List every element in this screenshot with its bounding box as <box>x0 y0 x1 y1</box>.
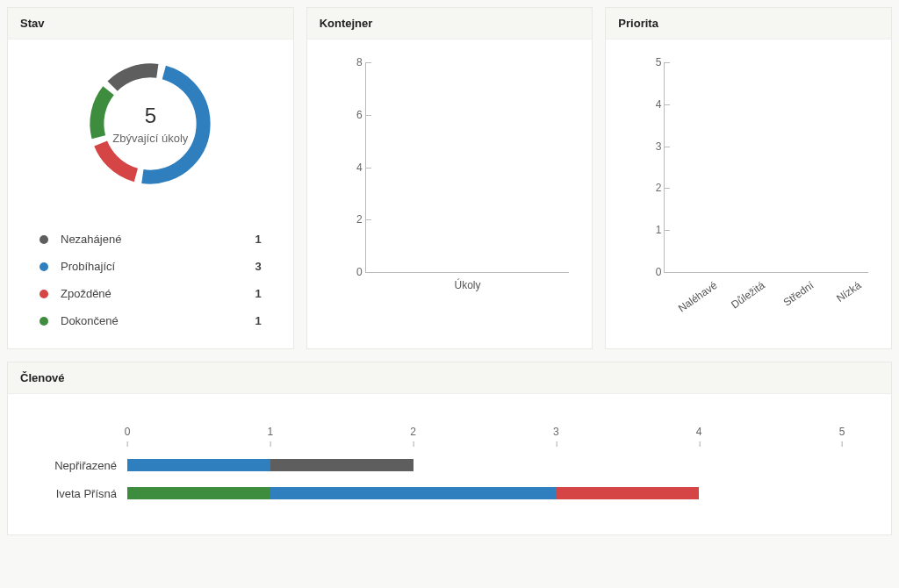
member-row: Nepřiřazené <box>127 455 842 475</box>
members-card: Členové 012345 NepřiřazenéIveta Přísná <box>7 362 892 535</box>
container-bar-chart: 02468Úkoly <box>321 54 579 317</box>
x-axis-tick: 2 <box>410 426 416 438</box>
legend-dot-icon <box>40 235 48 244</box>
x-axis-label: Naléhavé <box>676 279 720 315</box>
x-axis-tick: 3 <box>553 426 559 438</box>
status-card: Stav 5 Zbývající úkoly Nezahájené1Probíh… <box>7 7 294 349</box>
legend-label: Zpožděné <box>61 287 241 300</box>
legend-label: Nezahájené <box>61 233 241 246</box>
bar-segment <box>270 459 414 471</box>
legend-item: Dokončené1 <box>40 307 262 334</box>
x-axis-label: Úkoly <box>454 279 480 291</box>
member-label: Nepřiřazené <box>54 459 117 472</box>
x-axis-tick: 4 <box>696 426 702 438</box>
member-row: Iveta Přísná <box>127 484 842 503</box>
bar-segment <box>127 459 270 471</box>
bar-segment <box>127 487 270 499</box>
x-axis-label: Střední <box>781 279 816 309</box>
bar-segment <box>556 487 699 499</box>
x-axis-tick: 1 <box>267 426 273 438</box>
x-axis-label: Nízká <box>834 279 863 305</box>
members-title: Členové <box>8 362 891 394</box>
x-axis-label: Důležitá <box>729 279 767 311</box>
members-hbar-chart: 012345 NepřiřazenéIveta Přísná <box>22 408 877 520</box>
status-donut-chart: 5 Zbývající úkoly <box>80 54 220 194</box>
x-axis-tick: 0 <box>125 426 131 438</box>
status-legend: Nezahájené1Probíhající3Zpožděné1Dokončen… <box>22 226 279 334</box>
remaining-count: 5 <box>145 104 156 128</box>
legend-value: 1 <box>241 233 262 246</box>
legend-dot-icon <box>40 262 48 271</box>
legend-value: 1 <box>241 287 262 300</box>
container-card: Kontejner 02468Úkoly <box>306 7 593 349</box>
priority-card: Priorita 012345NaléhavéDůležitáStředníNí… <box>605 7 892 349</box>
legend-label: Dokončené <box>61 314 241 327</box>
bar-segment <box>270 487 557 499</box>
legend-dot-icon <box>40 317 48 326</box>
legend-item: Probíhající3 <box>40 253 262 280</box>
legend-value: 1 <box>241 314 262 327</box>
legend-value: 3 <box>241 260 262 273</box>
legend-dot-icon <box>40 290 48 298</box>
x-axis-tick: 5 <box>839 426 845 438</box>
member-label: Iveta Přísná <box>56 487 117 500</box>
remaining-label: Zbývající úkoly <box>112 132 188 145</box>
legend-label: Probíhající <box>61 260 241 273</box>
container-title: Kontejner <box>307 8 593 39</box>
legend-item: Nezahájené1 <box>40 226 262 253</box>
priority-title: Priorita <box>606 8 891 39</box>
priority-bar-chart: 012345NaléhavéDůležitáStředníNízká <box>620 54 877 317</box>
legend-item: Zpožděné1 <box>40 280 262 307</box>
